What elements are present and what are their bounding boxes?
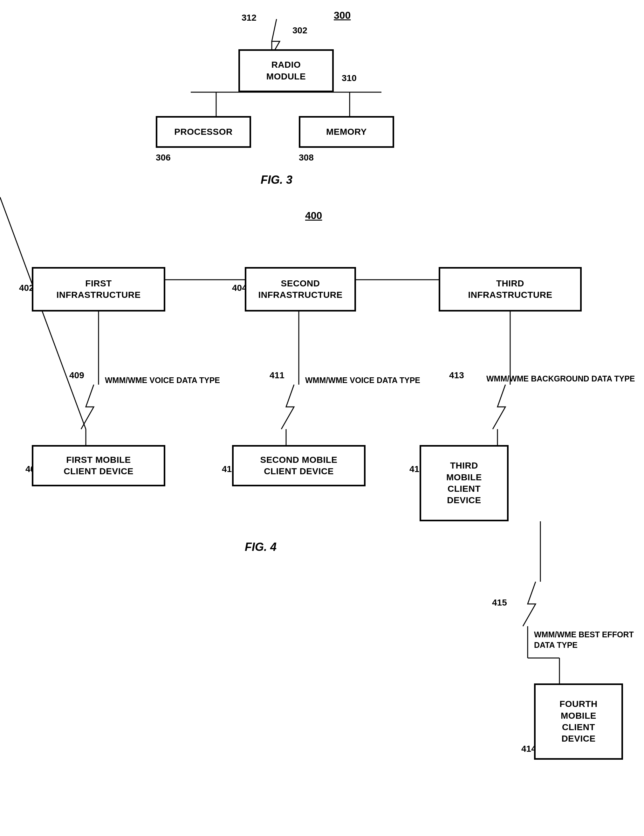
processor-box: PROCESSOR (156, 116, 251, 148)
ref-409: 409 (69, 370, 84, 380)
radio-module-box: RADIO MODULE (239, 49, 334, 92)
ref-411: 411 (270, 370, 284, 380)
fig4-label: FIG. 4 (245, 540, 276, 554)
ref-413: 413 (449, 370, 464, 380)
third-mobile-label: THIRD MOBILE CLIENT DEVICE (446, 460, 482, 506)
wmm-voice-1: WMM/WME VOICE DATA TYPE (105, 375, 220, 385)
ref-415: 415 (492, 598, 507, 608)
fig4-number: 400 (305, 210, 322, 222)
third-mobile-box: THIRD MOBILE CLIENT DEVICE (420, 445, 508, 521)
fig3-number: 300 (334, 10, 351, 21)
fig4-diagram: 400 (0, 197, 644, 836)
second-infra-box: SECOND INFRASTRUCTURE (245, 267, 356, 312)
wmm-best-effort: WMM/WME BEST EFFORT DATA TYPE (534, 629, 644, 650)
third-infra-box: THIRD INFRASTRUCTURE (439, 267, 582, 312)
fig3-label: FIG. 3 (261, 173, 293, 186)
ref-302: 302 (293, 25, 307, 36)
ref-312: 312 (242, 13, 257, 23)
first-infra-label: FIRST INFRASTRUCTURE (56, 278, 141, 301)
fig3-lines (0, 0, 644, 197)
memory-box: MEMORY (299, 116, 394, 148)
svg-line-10 (0, 197, 86, 429)
wmm-voice-2: WMM/WME VOICE DATA TYPE (305, 375, 420, 385)
ref-306: 306 (156, 153, 171, 163)
fourth-mobile-label: FOURTH MOBILE CLIENT DEVICE (559, 698, 598, 745)
first-infra-box: FIRST INFRASTRUCTURE (32, 267, 165, 312)
wmm-background: WMM/WME BACKGROUND DATA TYPE (486, 374, 635, 384)
third-infra-label: THIRD INFRASTRUCTURE (468, 278, 552, 301)
radio-module-label: RADIO MODULE (266, 59, 306, 82)
fig3-diagram: 300 312 302 RADIO MODULE 310 PROCESSOR M… (0, 0, 644, 197)
ref-308: 308 (299, 153, 314, 163)
memory-label: MEMORY (326, 126, 367, 138)
second-infra-label: SECOND INFRASTRUCTURE (258, 278, 342, 301)
second-mobile-box: SECOND MOBILE CLIENT DEVICE (232, 445, 366, 487)
processor-label: PROCESSOR (174, 126, 232, 138)
first-mobile-label: FIRST MOBILE CLIENT DEVICE (64, 454, 134, 477)
ref-310: 310 (342, 73, 356, 83)
second-mobile-label: SECOND MOBILE CLIENT DEVICE (260, 454, 338, 477)
first-mobile-box: FIRST MOBILE CLIENT DEVICE (32, 445, 165, 487)
fourth-mobile-box: FOURTH MOBILE CLIENT DEVICE (534, 683, 623, 760)
